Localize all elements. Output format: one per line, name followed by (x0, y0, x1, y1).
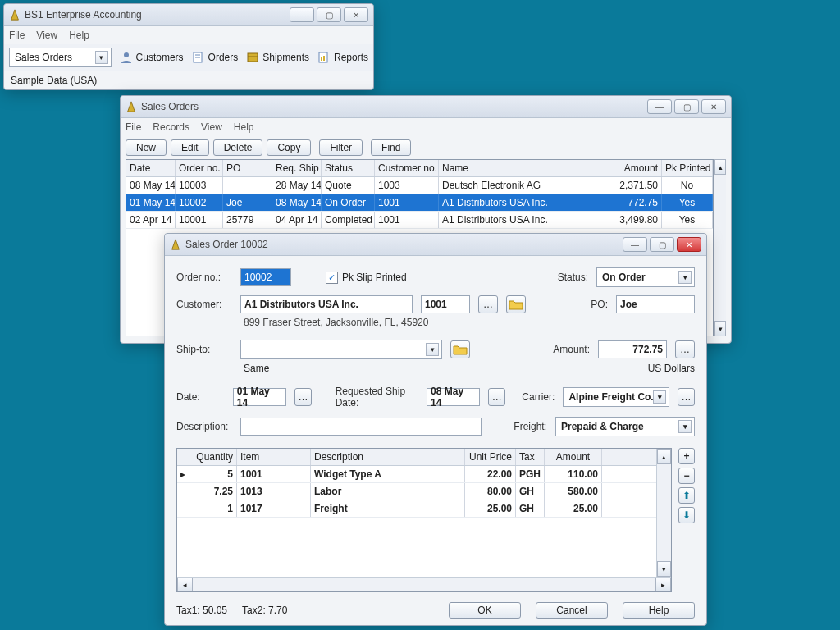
svg-rect-5 (248, 53, 258, 62)
table-row[interactable]: 02 Apr 14100012577904 Apr 14Completed100… (126, 212, 713, 229)
col-po[interactable]: PO (223, 160, 272, 176)
date-picker-button[interactable]: … (294, 388, 312, 406)
col-reqship[interactable]: Req. Ship (272, 160, 322, 176)
main-titlebar[interactable]: BS1 Enterprise Accounting — ▢ ✕ (4, 4, 373, 26)
menu-file[interactable]: File (126, 121, 141, 133)
col-lineamount[interactable]: Amount (545, 449, 602, 465)
menu-records[interactable]: Records (153, 121, 189, 133)
ok-button[interactable]: OK (449, 602, 521, 619)
delete-button[interactable]: Delete (213, 139, 263, 156)
folder-icon (509, 299, 523, 310)
remove-line-button[interactable]: − (678, 468, 695, 484)
shipments-button[interactable]: Shipments (246, 51, 309, 64)
svg-rect-8 (321, 57, 322, 61)
minimize-button[interactable]: — (290, 7, 314, 22)
cancel-button[interactable]: Cancel (536, 602, 608, 619)
minimize-button[interactable]: — (623, 237, 647, 252)
col-pk[interactable]: Pk Printed (662, 160, 713, 176)
shipto-select[interactable]: ▾ (240, 340, 442, 359)
main-title: BS1 Enterprise Accounting (25, 9, 290, 21)
col-qty[interactable]: Quantity (189, 449, 237, 465)
col-tax[interactable]: Tax (516, 449, 545, 465)
reqship-field[interactable]: 08 May 14 (427, 388, 480, 406)
chevron-down-icon: ▾ (653, 390, 666, 404)
tax2-label: Tax2: 7.70 (242, 605, 287, 616)
menu-view[interactable]: View (201, 121, 222, 133)
table-row[interactable]: 11017Freight25.00GH25.00 (177, 500, 656, 518)
filter-button[interactable]: Filter (319, 139, 363, 156)
amount-detail-button[interactable]: … (675, 340, 695, 358)
shipto-folder-button[interactable] (450, 340, 470, 358)
orderno-field[interactable]: 10002 (240, 268, 291, 286)
shipto-label: Ship-to: (176, 344, 232, 355)
order-titlebar[interactable]: Sales Order 10002 — ▢ ✕ (165, 234, 706, 256)
reqship-picker-button[interactable]: … (488, 388, 505, 406)
lines-scrollbar-h[interactable]: ◂ ▸ (177, 577, 671, 591)
col-amount[interactable]: Amount (596, 160, 662, 176)
col-custno[interactable]: Customer no. (375, 160, 439, 176)
customer-folder-button[interactable] (506, 295, 526, 313)
customer-no-field[interactable]: 1001 (421, 295, 470, 313)
customer-name-field[interactable]: A1 Distributors USA Inc. (240, 295, 413, 313)
scroll-left-icon[interactable]: ◂ (177, 578, 193, 591)
table-row[interactable]: 7.251013Labor80.00GH580.00 (177, 483, 656, 500)
col-orderno[interactable]: Order no. (176, 160, 223, 176)
move-up-button[interactable]: ⬆ (678, 487, 695, 504)
status-select[interactable]: On Order▾ (596, 267, 695, 287)
freight-label: Freight: (514, 421, 547, 432)
list-titlebar[interactable]: Sales Orders — ▢ ✕ (121, 96, 731, 118)
carrier-select[interactable]: Alpine Freight Co.▾ (563, 387, 669, 407)
close-button[interactable]: ✕ (701, 99, 726, 114)
move-down-button[interactable]: ⬇ (678, 507, 695, 523)
scroll-up-icon[interactable]: ▴ (657, 449, 671, 464)
table-row[interactable]: ▸51001Widget Type A22.00PGH110.00 (177, 466, 656, 483)
col-item[interactable]: Item (237, 449, 311, 465)
date-field[interactable]: 01 May 14 (233, 388, 286, 406)
new-button[interactable]: New (126, 139, 167, 156)
minimize-button[interactable]: — (647, 99, 672, 114)
copy-button[interactable]: Copy (267, 139, 311, 156)
col-uprice[interactable]: Unit Price (465, 449, 516, 465)
close-button[interactable]: ✕ (344, 7, 368, 22)
close-button[interactable]: ✕ (677, 237, 701, 252)
currency-label: US Dollars (648, 363, 695, 374)
find-button[interactable]: Find (371, 139, 411, 156)
svg-marker-11 (172, 240, 180, 249)
grid-scrollbar-v[interactable]: ▴ ▾ (714, 159, 726, 336)
scroll-down-icon[interactable]: ▾ (714, 321, 726, 336)
po-field[interactable]: Joe (616, 295, 695, 313)
carrier-detail-button[interactable]: … (678, 388, 695, 406)
scroll-right-icon[interactable]: ▸ (655, 578, 671, 591)
maximize-button[interactable]: ▢ (650, 237, 674, 252)
col-status[interactable]: Status (322, 160, 375, 176)
lines-grid[interactable]: Quantity Item Description Unit Price Tax… (176, 448, 672, 592)
customers-button[interactable]: Customers (120, 51, 184, 64)
add-line-button[interactable]: + (678, 448, 695, 464)
help-button[interactable]: Help (623, 602, 695, 619)
app-icon (126, 101, 137, 112)
col-date[interactable]: Date (126, 160, 176, 176)
customer-lookup-button[interactable]: … (478, 295, 498, 313)
reports-button[interactable]: Reports (317, 51, 368, 64)
freight-select[interactable]: Prepaid & Charge▾ (555, 417, 695, 436)
col-name[interactable]: Name (439, 160, 596, 176)
pkslip-checkbox[interactable]: ✓ Pk Slip Printed (326, 272, 407, 284)
col-desc[interactable]: Description (311, 449, 465, 465)
maximize-button[interactable]: ▢ (674, 99, 699, 114)
amount-field: 772.75 (598, 340, 667, 358)
edit-button[interactable]: Edit (171, 139, 209, 156)
maximize-button[interactable]: ▢ (317, 7, 341, 22)
table-row[interactable]: 01 May 1410002Joe08 May 14On Order1001A1… (126, 194, 713, 212)
scroll-down-icon[interactable]: ▾ (657, 561, 671, 577)
desc-field[interactable] (240, 418, 482, 436)
menu-file[interactable]: File (9, 30, 25, 41)
menu-help[interactable]: Help (234, 121, 254, 133)
scroll-up-icon[interactable]: ▴ (714, 159, 726, 175)
shipto-same: Same (244, 363, 269, 374)
table-row[interactable]: 08 May 141000328 May 14Quote1003Deutsch … (126, 177, 713, 194)
lines-scrollbar-v[interactable]: ▴ ▾ (656, 449, 671, 577)
menu-help[interactable]: Help (69, 30, 89, 41)
nav-select[interactable]: Sales Orders ▾ (9, 48, 112, 67)
orders-button[interactable]: Orders (192, 51, 239, 64)
menu-view[interactable]: View (36, 30, 57, 41)
